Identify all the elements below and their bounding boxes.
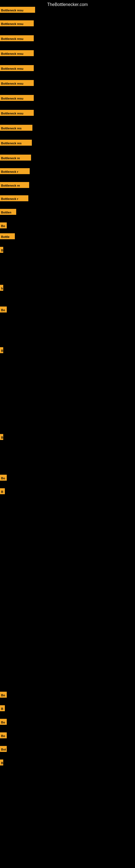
bottleneck-item: B [0, 705, 5, 711]
bottleneck-item: Bottleneck resu [0, 80, 34, 86]
bottleneck-item: Bo [0, 475, 7, 480]
bottleneck-item: Bottleneck resu [0, 50, 34, 56]
bottleneck-item: B [0, 434, 3, 440]
bottleneck-item: Bottleneck re [0, 155, 31, 161]
bottleneck-item: Bo [0, 222, 7, 228]
bottleneck-item: Bot [0, 746, 7, 752]
bottleneck-item: Bo [0, 692, 7, 698]
bottleneck-item: Bo [0, 733, 7, 738]
bottleneck-item: Bottleneck resu [0, 95, 34, 101]
bottleneck-item: Bo [0, 307, 7, 312]
bottleneck-item: Bottleneck r [0, 168, 30, 174]
bottleneck-item: Bottleneck resu [0, 7, 35, 13]
bottleneck-item: Bottleneck resu [0, 65, 34, 71]
bottleneck-item: Bottleneck resu [0, 20, 34, 26]
bottleneck-item: Bottleneck r [0, 195, 28, 201]
bottleneck-item: B [0, 347, 3, 353]
bottleneck-item: B [0, 488, 5, 494]
bottleneck-item: Bottleneck res [0, 140, 32, 146]
bottleneck-item: B [0, 247, 3, 253]
bottleneck-item: Bottle [0, 233, 15, 239]
bottleneck-item: Bottleneck resu [0, 35, 34, 41]
bottleneck-item: Bottleneck re [0, 182, 29, 188]
bottleneck-item: b [0, 285, 3, 291]
bottleneck-item: Bottleneck resu [0, 110, 34, 116]
bottleneck-item: Bottleneck res [0, 125, 32, 131]
bottleneck-item: B [0, 760, 3, 766]
bottleneck-item: Bo [0, 719, 7, 725]
bottleneck-item: Bottlen [0, 209, 16, 215]
